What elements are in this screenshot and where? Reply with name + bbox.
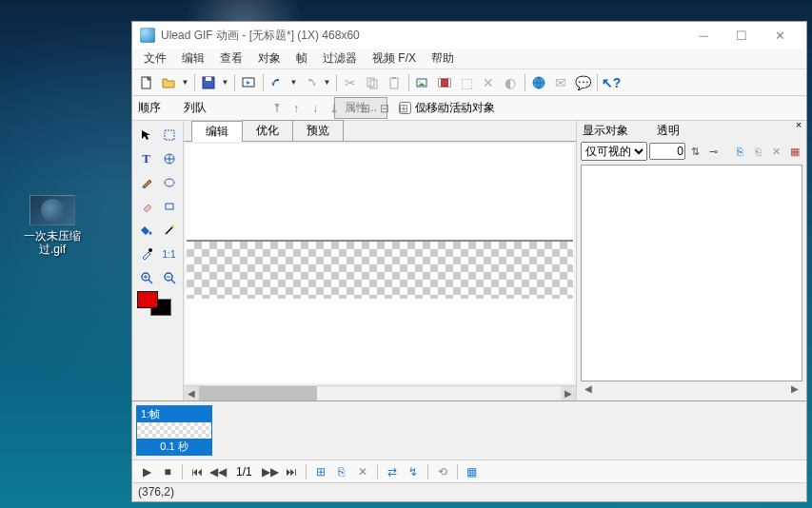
frame-1[interactable]: 1:帧 0.1 秒 bbox=[136, 405, 212, 456]
undo-button[interactable] bbox=[267, 72, 287, 93]
transparent-input[interactable] bbox=[649, 143, 685, 160]
menu-edit[interactable]: 编辑 bbox=[174, 49, 212, 68]
save-button[interactable] bbox=[198, 72, 219, 93]
panel-close-icon[interactable]: × bbox=[793, 120, 804, 131]
dup-frame-icon[interactable]: ⎘ bbox=[333, 463, 350, 480]
add-video-button[interactable] bbox=[434, 72, 455, 93]
order-bottom-icon[interactable]: ⤓ bbox=[326, 100, 343, 117]
preview-button[interactable] bbox=[238, 72, 259, 93]
eraser-tool[interactable] bbox=[135, 195, 157, 218]
playbar: ▶ ■ ⏮ ◀◀ 1/1 ▶▶ ⏭ ⊞ ⎘ ✕ ⇄ ↯ ⟲ ▦ bbox=[132, 459, 806, 482]
align-icon-6[interactable]: ⊡ bbox=[452, 100, 469, 117]
redo-dropdown[interactable]: ▼ bbox=[322, 72, 332, 93]
mail-button[interactable]: ✉ bbox=[550, 72, 571, 93]
zoom-out-tool[interactable] bbox=[158, 266, 180, 289]
copy-button[interactable] bbox=[362, 72, 383, 93]
menu-help[interactable]: 帮助 bbox=[424, 49, 462, 68]
del-frame-icon[interactable]: ✕ bbox=[354, 463, 371, 480]
titlebar[interactable]: Ulead GIF 动画 - [无标题*] (1X) 468x60 ─ ☐ ✕ bbox=[132, 22, 806, 49]
visibility-select[interactable]: 仅可视的 bbox=[581, 142, 647, 161]
align-icon-2[interactable]: ⊟ bbox=[376, 100, 393, 117]
object-list[interactable] bbox=[581, 165, 802, 381]
save-dropdown[interactable]: ▼ bbox=[220, 72, 230, 93]
scroll-right-icon[interactable]: ▶ bbox=[561, 386, 576, 401]
panel-hscroll[interactable]: ◀ ▶ bbox=[581, 383, 802, 399]
scroll-left-icon[interactable]: ◀ bbox=[184, 386, 199, 401]
play-icon[interactable]: ▶ bbox=[138, 463, 155, 480]
chat-button[interactable]: 💬 bbox=[572, 72, 593, 93]
cut-button[interactable]: ✂ bbox=[340, 72, 361, 93]
rect-tool[interactable] bbox=[158, 195, 180, 218]
align-icon-4[interactable]: ⊡ bbox=[414, 100, 431, 117]
brush-tool[interactable] bbox=[135, 171, 157, 194]
canvas[interactable] bbox=[186, 144, 574, 383]
help-button[interactable]: ↖? bbox=[601, 72, 622, 93]
spin-icon[interactable]: ⇅ bbox=[687, 143, 703, 160]
order-up-icon[interactable]: ↑ bbox=[287, 100, 305, 117]
maximize-button[interactable]: ☐ bbox=[723, 24, 761, 47]
prev-frame-icon[interactable]: ◀◀ bbox=[209, 463, 227, 480]
first-frame-icon[interactable]: ⏮ bbox=[188, 463, 206, 480]
separator bbox=[231, 72, 237, 93]
selection-tool[interactable] bbox=[158, 124, 180, 147]
canvas-hscroll[interactable]: ◀ ▶ bbox=[184, 385, 576, 401]
loop-icon[interactable]: ⟲ bbox=[434, 463, 451, 480]
foreground-color[interactable] bbox=[137, 291, 158, 308]
frame-props-icon[interactable]: ▦ bbox=[464, 463, 481, 480]
canvas-checker bbox=[187, 242, 573, 299]
next-frame-icon[interactable]: ▶▶ bbox=[262, 463, 279, 480]
order-down-icon[interactable]: ↓ bbox=[307, 100, 324, 117]
align-icon-1[interactable]: ⊞ bbox=[357, 100, 374, 117]
paste-button[interactable] bbox=[384, 72, 405, 93]
zoom-in-tool[interactable] bbox=[135, 266, 157, 289]
timeline[interactable]: 1:帧 0.1 秒 bbox=[132, 401, 806, 459]
pointer-tool[interactable] bbox=[135, 124, 157, 147]
wand-tool[interactable] bbox=[158, 219, 180, 242]
menu-frame[interactable]: 帧 bbox=[288, 49, 315, 68]
scale-1-1-tool[interactable]: 1:1 bbox=[158, 243, 180, 265]
add-frame-icon[interactable]: ⊞ bbox=[312, 463, 329, 480]
redo-button[interactable] bbox=[300, 72, 321, 93]
close-button[interactable]: ✕ bbox=[761, 24, 799, 47]
new-button[interactable] bbox=[136, 72, 157, 93]
eyedropper-tool[interactable] bbox=[135, 243, 157, 265]
scroll-track[interactable] bbox=[317, 386, 561, 401]
menu-file[interactable]: 文件 bbox=[136, 49, 174, 68]
panel-paste-icon[interactable]: ⎗ bbox=[750, 143, 766, 160]
open-dropdown[interactable]: ▼ bbox=[180, 72, 190, 93]
slider-icon[interactable]: ⊸ bbox=[705, 143, 722, 160]
fill-tool[interactable] bbox=[135, 219, 157, 242]
reverse-icon[interactable]: ↯ bbox=[405, 463, 422, 480]
tween-icon[interactable]: ⇄ bbox=[384, 463, 401, 480]
undo-dropdown[interactable]: ▼ bbox=[288, 72, 299, 93]
scroll-thumb[interactable] bbox=[199, 386, 317, 401]
menu-object[interactable]: 对象 bbox=[250, 49, 288, 68]
desktop-file-icon[interactable]: 一次未压缩过.gif bbox=[14, 195, 90, 256]
align-icon-3[interactable]: ⊞ bbox=[395, 100, 412, 117]
tool-btn-1[interactable]: ⬚ bbox=[456, 72, 477, 93]
panel-delete-icon[interactable]: ✕ bbox=[768, 143, 784, 160]
tab-edit[interactable]: 编辑 bbox=[191, 121, 243, 142]
last-frame-icon[interactable]: ⏭ bbox=[283, 463, 300, 480]
text-tool[interactable]: T bbox=[135, 147, 157, 170]
panel-copy-icon[interactable]: ⎘ bbox=[732, 143, 748, 160]
panel-props-icon[interactable]: ▦ bbox=[786, 143, 802, 160]
web-button[interactable] bbox=[528, 72, 549, 93]
menu-view[interactable]: 查看 bbox=[212, 49, 250, 68]
oval-tool[interactable] bbox=[158, 171, 180, 194]
color-swatch[interactable] bbox=[135, 290, 180, 321]
menu-videofx[interactable]: 视频 F/X bbox=[365, 49, 424, 68]
align-icon-5[interactable]: ⊞ bbox=[433, 100, 450, 117]
tab-optimize[interactable]: 优化 bbox=[242, 120, 293, 141]
tool-btn-2[interactable]: ✕ bbox=[478, 72, 499, 93]
tool-btn-3[interactable]: ◐ bbox=[500, 72, 521, 93]
menu-filter[interactable]: 过滤器 bbox=[315, 49, 365, 68]
statusbar: (376,2) bbox=[132, 482, 806, 501]
tab-preview[interactable]: 预览 bbox=[292, 120, 344, 141]
minimize-button[interactable]: ─ bbox=[684, 24, 723, 47]
crop-tool[interactable] bbox=[158, 147, 180, 170]
open-button[interactable] bbox=[158, 72, 179, 93]
stop-icon[interactable]: ■ bbox=[159, 463, 176, 480]
add-image-button[interactable] bbox=[412, 72, 433, 93]
order-top-icon[interactable]: ⤒ bbox=[268, 100, 286, 117]
